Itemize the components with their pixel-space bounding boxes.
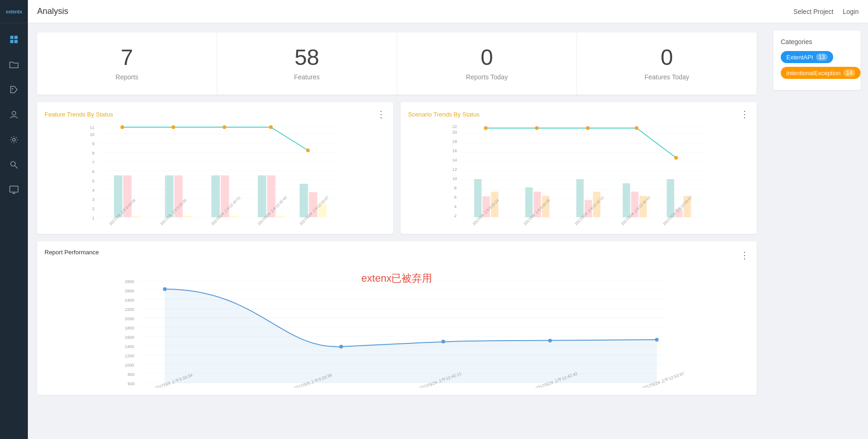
category-extentapi-name: ExtentAPI xyxy=(786,54,813,61)
report-performance-header: Report Performance ⋮ xyxy=(45,249,749,261)
stat-reports-today: 0 Reports Today xyxy=(397,32,577,95)
user-icon xyxy=(9,110,19,119)
report-performance-menu[interactable]: ⋮ xyxy=(740,251,749,260)
svg-rect-2 xyxy=(10,40,13,43)
charts-row: Feature Trends By Status ⋮ 1 2 3 4 5 6 7 xyxy=(37,102,757,234)
stat-reports-number: 7 xyxy=(121,46,133,69)
sidebar-item-folder[interactable] xyxy=(0,53,28,76)
svg-rect-43 xyxy=(258,175,266,217)
feature-trends-card: Feature Trends By Status ⋮ 1 2 3 4 5 6 7 xyxy=(37,102,393,234)
scenario-trends-menu[interactable]: ⋮ xyxy=(740,110,749,119)
svg-text:2600: 2600 xyxy=(125,289,134,293)
svg-text:7: 7 xyxy=(92,160,95,165)
folder-icon xyxy=(9,61,19,68)
svg-point-6 xyxy=(13,138,15,141)
svg-text:11: 11 xyxy=(90,125,95,130)
svg-point-49 xyxy=(121,125,124,129)
feature-trends-header: Feature Trends By Status ⋮ xyxy=(45,110,386,119)
svg-text:6: 6 xyxy=(92,169,95,174)
stat-features-number: 58 xyxy=(294,46,319,69)
svg-text:2017/5/9 上午3:33:39: 2017/5/9 上午3:33:39 xyxy=(160,198,188,226)
svg-text:4: 4 xyxy=(92,188,95,193)
app-logo: extentx xyxy=(0,0,28,23)
svg-text:1800: 1800 xyxy=(125,326,134,330)
stat-reports-today-label: Reports Today xyxy=(466,73,508,81)
svg-text:16: 16 xyxy=(453,148,457,153)
settings-icon xyxy=(9,135,19,144)
svg-rect-81 xyxy=(474,179,482,217)
svg-rect-3 xyxy=(14,40,18,43)
svg-text:2400: 2400 xyxy=(125,298,134,303)
dashboard-icon xyxy=(9,35,19,44)
svg-text:5: 5 xyxy=(92,179,95,183)
scenario-trends-body: 2 4 6 8 10 12 14 16 18 20 22 xyxy=(408,124,749,226)
svg-point-97 xyxy=(535,126,539,130)
categories-title: Categories xyxy=(781,38,853,45)
svg-text:8: 8 xyxy=(454,186,457,190)
header: Analysis Select Project Login xyxy=(28,0,868,23)
svg-rect-1 xyxy=(14,36,18,39)
svg-text:8: 8 xyxy=(92,151,95,155)
scenario-trends-card: Scenario Trends By Status ⋮ 2 4 6 8 10 1… xyxy=(401,102,757,234)
svg-text:3: 3 xyxy=(92,197,95,202)
sidebar-item-dashboard[interactable] xyxy=(0,28,28,51)
svg-rect-84 xyxy=(525,187,533,217)
sidebar-item-user[interactable] xyxy=(0,103,28,126)
svg-text:4: 4 xyxy=(454,204,457,209)
svg-text:2200: 2200 xyxy=(125,307,134,312)
sidebar-nav xyxy=(0,23,28,201)
svg-point-99 xyxy=(635,126,639,130)
page-title: Analysis xyxy=(37,6,68,16)
scenario-trends-header: Scenario Trends By Status ⋮ xyxy=(408,110,749,119)
category-intentionalexception[interactable]: IntentionalException 14 xyxy=(781,67,861,79)
svg-point-98 xyxy=(586,126,590,130)
scenario-trends-svg: 2 4 6 8 10 12 14 16 18 20 22 xyxy=(408,124,749,226)
svg-point-96 xyxy=(484,126,488,130)
login-link[interactable]: Login xyxy=(843,8,859,15)
sidebar-item-tag[interactable] xyxy=(0,78,28,101)
svg-rect-45 xyxy=(277,216,285,217)
content-area: 7 Reports 58 Features 0 Reports Today 0 … xyxy=(28,23,868,439)
svg-text:600: 600 xyxy=(128,381,135,386)
scenario-trends-title: Scenario Trends By Status xyxy=(408,111,479,118)
svg-rect-87 xyxy=(577,179,584,217)
svg-rect-46 xyxy=(300,184,308,217)
svg-point-100 xyxy=(674,156,678,160)
main-content: 7 Reports 58 Features 0 Reports Today 0 … xyxy=(28,23,766,439)
search-icon xyxy=(9,160,19,169)
svg-text:1200: 1200 xyxy=(125,354,134,358)
report-performance-body: extenx已被弃用 600 800 1000 1200 1400 1600 1… xyxy=(45,267,749,387)
select-project-link[interactable]: Select Project xyxy=(793,8,833,15)
stat-reports: 7 Reports xyxy=(37,32,217,95)
svg-text:1: 1 xyxy=(92,216,95,220)
svg-text:2000: 2000 xyxy=(125,316,134,321)
stat-features-label: Features xyxy=(294,73,320,81)
svg-rect-90 xyxy=(623,183,630,217)
stats-row: 7 Reports 58 Features 0 Reports Today 0 … xyxy=(37,32,757,95)
sidebar-item-monitor[interactable] xyxy=(0,178,28,201)
svg-text:22: 22 xyxy=(453,124,457,129)
svg-line-8 xyxy=(15,166,18,168)
svg-text:14: 14 xyxy=(453,158,457,162)
svg-rect-93 xyxy=(667,179,674,217)
svg-text:10: 10 xyxy=(453,176,457,181)
sidebar: extentx xyxy=(0,0,28,439)
svg-point-5 xyxy=(12,111,16,115)
svg-point-53 xyxy=(306,148,310,152)
category-extentapi[interactable]: ExtentAPI 13 xyxy=(781,51,833,63)
svg-text:10: 10 xyxy=(90,132,95,137)
svg-point-51 xyxy=(223,125,227,129)
svg-rect-39 xyxy=(184,216,192,217)
svg-point-7 xyxy=(11,161,15,166)
category-intentionalexception-name: IntentionalException xyxy=(786,70,841,77)
feature-trends-body: 1 2 3 4 5 6 7 8 9 10 11 xyxy=(45,124,386,226)
feature-trends-menu[interactable]: ⋮ xyxy=(376,110,386,119)
sidebar-item-search[interactable] xyxy=(0,153,28,176)
svg-point-4 xyxy=(12,88,13,90)
svg-point-52 xyxy=(269,125,273,129)
tag-icon xyxy=(9,85,19,94)
main-container: Analysis Select Project Login 7 Reports … xyxy=(28,0,868,439)
svg-text:2: 2 xyxy=(92,207,95,211)
sidebar-item-settings[interactable] xyxy=(0,128,28,151)
watermark-text: extenx已被弃用 xyxy=(362,271,433,285)
